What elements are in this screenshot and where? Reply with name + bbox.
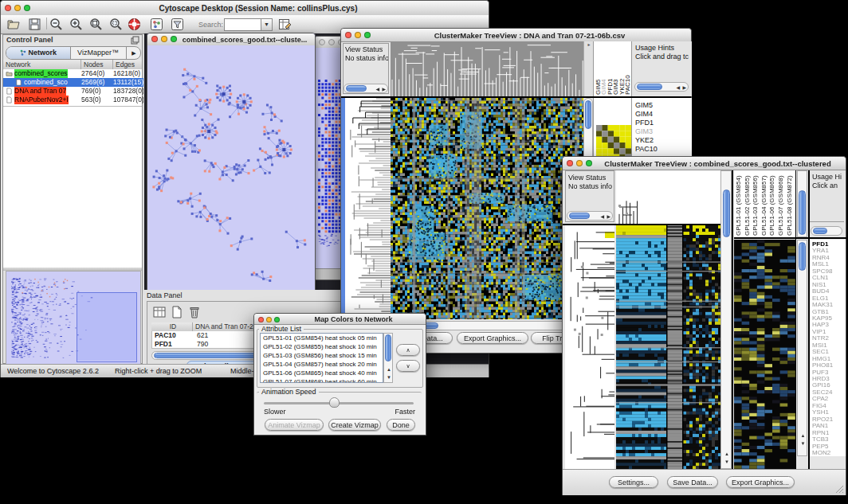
column-header-nodes[interactable]: Nodes (81, 60, 113, 69)
tv2-gene-dendrogram[interactable] (565, 225, 614, 469)
table-row[interactable]: RNAPuberNov2+I563(0)107847(0) (3, 96, 143, 104)
animate-vizmap-button[interactable]: Animate Vizmap (265, 419, 324, 431)
attribute-list-item[interactable]: GPL51-02 (GSM855) heat shock 10 min (261, 342, 383, 351)
tv2-gene-item[interactable]: BUD4 (812, 288, 829, 295)
tv2-column-label[interactable]: GPL51-07 (GSM868) (777, 175, 784, 236)
close-button[interactable] (151, 36, 158, 42)
tv2-column-label[interactable]: GPL51-02 (GSM855) (744, 175, 751, 236)
save-icon[interactable] (27, 17, 42, 32)
delete-attribute-icon[interactable] (187, 305, 202, 319)
move-up-button[interactable]: ∧ (396, 344, 420, 356)
new-attribute-icon[interactable] (170, 305, 184, 319)
zoom-button[interactable] (274, 317, 280, 322)
map-colors-dialog[interactable]: Map Colors to Network Attribute List GPL… (253, 313, 426, 436)
open-folder-icon[interactable] (6, 17, 22, 32)
tv2-gene-item[interactable]: MAK31 (812, 302, 833, 308)
resize-grip-icon[interactable] (834, 484, 844, 494)
table-row[interactable]: combined_sco2569(6)13112(15) (3, 78, 143, 87)
tv2-gene-item[interactable]: MON2 (812, 450, 830, 456)
tv1-gene-item[interactable]: GIM3 (635, 128, 653, 135)
tv1-status-scrollbar[interactable]: ◀▶ (344, 84, 388, 93)
zoom-button[interactable] (586, 160, 592, 166)
tv2-gene-item[interactable]: TCB3 (812, 436, 828, 443)
attribute-list-item[interactable]: GPL51-01 (GSM854) heat shock 05 min (261, 334, 383, 342)
zoom-button[interactable] (364, 32, 371, 38)
attribute-list-item[interactable]: GPL51-04 (GSM857) heat shock 20 min (261, 360, 383, 369)
tv2-genelist-scrollbar[interactable]: ▲▼ (797, 240, 807, 456)
tv1-cluster-mini-heatmap[interactable] (596, 125, 631, 160)
tab-network[interactable]: Network (6, 47, 71, 59)
tabs-overflow-button[interactable]: ▶ (126, 47, 141, 59)
table-row[interactable]: combined_scores2764(0)16218(0) (3, 69, 143, 78)
close-button[interactable] (345, 32, 351, 38)
zoom-button[interactable] (24, 5, 30, 11)
tv2-heatmap[interactable] (616, 225, 720, 469)
tv2-hints-scrollbar[interactable] (811, 226, 842, 236)
zoom-button[interactable] (171, 36, 177, 42)
minimize-button[interactable] (328, 39, 335, 45)
tv1-gene-item[interactable]: YKE2 (635, 137, 654, 143)
table-cell-value[interactable]: 621 (197, 331, 208, 340)
attribute-list-scrollbar[interactable]: ▲▼ (383, 333, 393, 383)
float-panel-icon[interactable] (131, 36, 139, 45)
attribute-list-item[interactable]: GPL51-06 (GSM865) heat shock 40 min (261, 369, 383, 377)
tv1-gene-item[interactable]: GIM5 (635, 102, 653, 108)
attribute-list-item[interactable]: GPL51-07 (GSM868) heat shock 60 min (261, 377, 383, 383)
treeview1-titlebar[interactable]: ClusterMaker TreeView : DNA and Tran 07-… (341, 29, 691, 42)
tv1-heatmap[interactable] (391, 98, 583, 319)
slider-thumb[interactable] (329, 397, 340, 408)
export-graphics-button[interactable]: Export Graphics... (726, 476, 795, 488)
close-button[interactable] (258, 317, 264, 322)
create-vizmap-button[interactable]: Create Vizmap (328, 419, 381, 431)
tv1-hints-scrollbar[interactable]: ◀▶ (634, 82, 689, 92)
attribute-list[interactable]: GPL51-01 (GSM854) heat shock 05 minGPL51… (260, 333, 383, 383)
tv2-column-label[interactable]: GPL51-03 (GSM856) (752, 175, 759, 236)
network-view-canvas[interactable] (147, 45, 315, 292)
tv2-status-scrollbar[interactable]: ◀▶ (567, 211, 613, 221)
tv1-gene-dendrogram[interactable] (345, 98, 391, 319)
tv2-column-label[interactable]: GPL51-06 (GSM865) (768, 175, 775, 236)
export-graphics-button[interactable]: Export Graphics... (457, 332, 528, 344)
table-row[interactable]: DNA and Tran 07769(0)183728(0) (3, 87, 143, 96)
table-cell-id[interactable]: PAC10 (155, 331, 176, 340)
attribute-editor-icon[interactable] (277, 17, 292, 32)
search-input[interactable] (224, 18, 262, 31)
treeview2-titlebar[interactable]: ClusterMaker TreeView : combined_scores_… (563, 157, 846, 170)
close-button[interactable] (319, 39, 325, 45)
minimize-button[interactable] (355, 32, 361, 38)
tv2-gene-item[interactable]: PAN1 (812, 423, 828, 429)
done-button[interactable]: Done (387, 419, 415, 431)
zoom-out-icon[interactable] (49, 17, 64, 32)
close-button[interactable] (567, 160, 573, 166)
tv2-labels-scrollbar[interactable] (797, 170, 807, 237)
minimize-button[interactable] (576, 160, 583, 166)
table-cell-value[interactable]: 790 (197, 340, 208, 349)
zoom-actual-icon[interactable] (108, 17, 124, 32)
vizmap-shortcut-icon[interactable] (149, 17, 164, 32)
network-window-1[interactable]: combined_scores_good.txt--cluste... (147, 33, 316, 293)
dialog-titlebar[interactable]: Map Colors to Network (254, 314, 426, 325)
tv2-gene-item[interactable]: SEC1 (812, 349, 829, 355)
move-down-button[interactable]: ∨ (396, 360, 420, 372)
column-header-id[interactable]: ID (151, 322, 193, 331)
settings-button[interactable]: Settings... (609, 476, 658, 488)
main-titlebar[interactable]: Cytoscape Desktop (Session Name: collins… (1, 1, 489, 16)
help-ring-icon[interactable] (127, 17, 142, 32)
save-data-button[interactable]: Save Data... (667, 476, 718, 488)
minimize-button[interactable] (266, 317, 272, 322)
column-header-edges[interactable]: Edges (113, 60, 142, 69)
table-cell-id[interactable]: PFD1 (155, 340, 172, 349)
zoom-in-icon[interactable] (69, 17, 84, 32)
tv1-column-label[interactable]: PAC10 (624, 75, 631, 95)
tv2-column-dendrogram[interactable] (616, 170, 720, 224)
tv2-heatmap-vscrollbar[interactable]: ▲▼ (720, 170, 732, 469)
attribute-list-item[interactable]: GPL51-03 (GSM856) heat shock 15 min (261, 351, 383, 360)
tv1-gene-item[interactable]: PFD1 (635, 119, 654, 126)
treeview2-window[interactable]: ClusterMaker TreeView : combined_scores_… (562, 156, 846, 495)
minimize-button[interactable] (14, 5, 21, 11)
select-columns-icon[interactable] (152, 305, 167, 319)
tv1-gene-item[interactable]: PAC10 (635, 146, 658, 152)
tv2-column-label[interactable]: GPL51-04 (GSM857) (760, 175, 768, 236)
column-header-network[interactable]: Network (3, 60, 81, 69)
close-button[interactable] (5, 5, 11, 11)
